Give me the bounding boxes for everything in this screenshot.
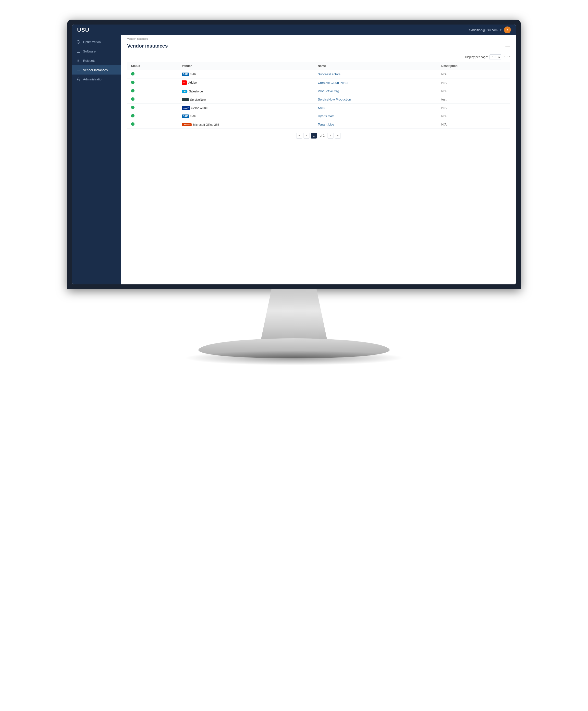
cell-vendor: Ai Adobe [178, 79, 314, 87]
optimization-icon [76, 40, 81, 44]
monitor-wrapper: USU exhibition@usu.com ▾ e [67, 20, 521, 375]
cell-name: SuccessFactors [314, 70, 437, 79]
cell-name: Tenant Live [314, 121, 437, 129]
vendor-logo-container: Ai Adobe [182, 81, 197, 85]
page-1-button[interactable]: 1 [311, 133, 317, 138]
cell-vendor: ⛅ Salesforce [178, 87, 314, 95]
chevron-right-icon: › [117, 50, 117, 53]
page-range-info: 1 / 7 [504, 56, 510, 59]
rulesets-icon [76, 58, 81, 63]
cell-status [127, 70, 178, 79]
navbar-right: exhibition@usu.com ▾ e [469, 26, 511, 33]
salesforce-logo-icon: ⛅ [182, 90, 187, 93]
cell-name: Productive Org [314, 87, 437, 95]
servicenow-logo-icon: — — [182, 98, 189, 101]
sidebar-item-label: Vendor Instances [83, 68, 117, 72]
cell-vendor: saba® SABA Cloud [178, 104, 314, 112]
cell-status [127, 112, 178, 121]
vendor-name: SABA Cloud [191, 106, 207, 110]
main-layout: Optimization Software › [72, 35, 516, 284]
vendor-name: Salesforce [189, 90, 203, 93]
chevron-down-icon: ▾ [500, 28, 501, 31]
last-page-button[interactable]: » [335, 133, 341, 138]
page-header-actions: — [505, 43, 510, 48]
per-page-select[interactable]: 10 25 50 [490, 55, 501, 60]
cell-description: N/A [437, 121, 510, 129]
cell-status [127, 121, 178, 129]
sidebar-item-administration[interactable]: Administration › [72, 74, 121, 84]
cell-name: Hybris C4C [314, 112, 437, 121]
avatar[interactable]: e [504, 26, 511, 33]
pagination-info: of 1 [320, 134, 325, 137]
cell-status [127, 79, 178, 87]
table-row[interactable]: saba® SABA Cloud Saba N/A [127, 104, 510, 112]
svg-point-5 [80, 71, 80, 71]
navbar: USU exhibition@usu.com ▾ e [72, 24, 516, 35]
table-row[interactable]: SAP SAP SuccessFactors N/A [127, 70, 510, 79]
cell-name: Saba [314, 104, 437, 112]
app-container: USU exhibition@usu.com ▾ e [72, 24, 516, 284]
cell-description: N/A [437, 70, 510, 79]
col-header-name: Name [314, 62, 437, 70]
cell-description: N/A [437, 79, 510, 87]
sidebar-item-vendor-instances[interactable]: Vendor Instances [72, 65, 121, 74]
status-active-dot [131, 114, 135, 117]
office365-logo-icon: Office365 [182, 123, 191, 126]
svg-point-4 [80, 70, 80, 70]
table-row[interactable]: ⛅ Salesforce Productive Org N/A [127, 87, 510, 95]
cell-vendor: SAP SAP [178, 112, 314, 121]
user-email: exhibition@usu.com [469, 28, 498, 32]
table-row[interactable]: Ai Adobe Creative Cloud Portal N/A [127, 79, 510, 87]
sidebar-item-software[interactable]: Software › [72, 47, 121, 56]
vendor-name: Adobe [188, 81, 197, 84]
display-per-page: Display per page: 10 25 50 [465, 55, 501, 60]
breadcrumb: Vendor Instances [121, 35, 516, 41]
status-active-dot [131, 72, 135, 76]
vendor-instances-icon [76, 68, 81, 72]
vendor-name: SAP [190, 72, 196, 76]
cell-description: N/A [437, 87, 510, 95]
vendor-logo-container: saba® SABA Cloud [182, 106, 207, 110]
cell-description: N/A [437, 104, 510, 112]
app-logo: USU [77, 27, 89, 33]
sidebar-item-optimization[interactable]: Optimization [72, 37, 121, 47]
table-row[interactable]: SAP SAP Hybris C4C N/A [127, 112, 510, 121]
sidebar-item-label: Rulesets [83, 59, 117, 63]
svg-rect-1 [77, 50, 80, 52]
cell-vendor: — — ServiceNow [178, 95, 314, 104]
sap-logo-icon: SAP [182, 114, 189, 118]
vendor-name: ServiceNow [190, 98, 206, 102]
cell-description: N/A [437, 112, 510, 121]
col-header-vendor: Vendor [178, 62, 314, 70]
sidebar-item-rulesets[interactable]: Rulesets [72, 56, 121, 65]
vendor-logo-container: SAP SAP [182, 72, 196, 76]
cell-status [127, 95, 178, 104]
cell-vendor: Office365 Microsoft Office 365 [178, 121, 314, 129]
content-area: Vendor Instances Vendor instances — Disp… [121, 35, 516, 284]
page-title: Vendor instances [127, 43, 168, 49]
table-row[interactable]: Office365 Microsoft Office 365 Tenant Li… [127, 121, 510, 129]
table-toolbar: Display per page: 10 25 50 1 / 7 [121, 52, 516, 62]
cell-status [127, 104, 178, 112]
status-active-dot [131, 122, 135, 126]
table-row[interactable]: — — ServiceNow ServiceNow Production tes… [127, 95, 510, 104]
collapse-icon[interactable]: — [505, 43, 510, 48]
next-page-button[interactable]: › [327, 133, 334, 138]
monitor-stand-neck [238, 289, 350, 343]
cell-description: test [437, 95, 510, 104]
prev-page-button[interactable]: ‹ [303, 133, 310, 138]
first-page-button[interactable]: « [296, 133, 302, 138]
col-header-status: Status [127, 62, 178, 70]
status-active-dot [131, 81, 135, 84]
software-icon [76, 49, 81, 53]
vendor-logo-container: SAP SAP [182, 114, 196, 118]
cell-name: Creative Cloud Portal [314, 79, 437, 87]
adobe-logo-icon: Ai [182, 81, 187, 85]
cell-name: ServiceNow Production [314, 95, 437, 104]
col-header-description: Description [437, 62, 510, 70]
vendor-logo-container: Office365 Microsoft Office 365 [182, 123, 219, 127]
cell-vendor: SAP SAP [178, 70, 314, 79]
table-container: Status Vendor Name Description SAP SAP [121, 62, 516, 129]
cell-status [127, 87, 178, 95]
sidebar-item-label: Optimization [83, 40, 117, 44]
